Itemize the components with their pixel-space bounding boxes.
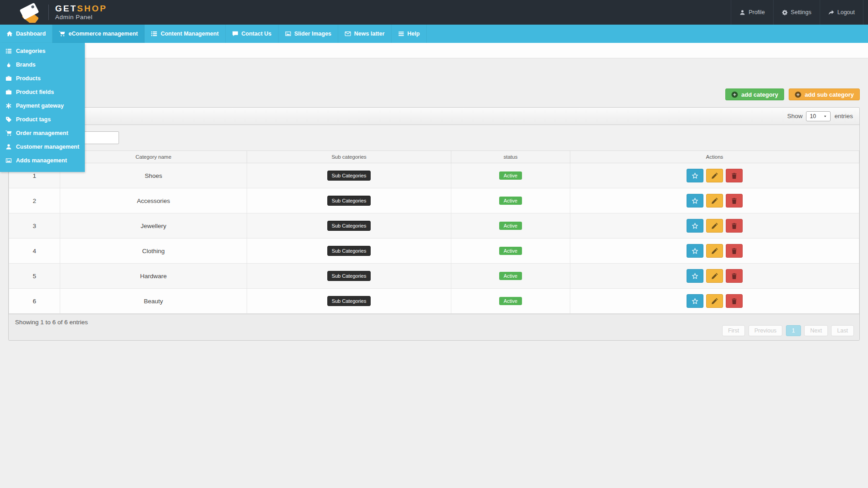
asterisk-icon (5, 103, 12, 109)
pagination: First Previous 1 Next Last (721, 325, 854, 336)
nav-item-content-management[interactable]: Content Management (145, 25, 225, 43)
pagination-next-button[interactable]: Next (804, 325, 828, 336)
trash-icon (731, 172, 738, 179)
edit-button[interactable] (706, 194, 723, 208)
panel-header: Categories Show 10 entries (9, 108, 859, 125)
edit-button[interactable] (706, 244, 723, 258)
feature-button[interactable] (687, 244, 703, 258)
table-row: 4 Clothing Sub Categories Active (9, 239, 859, 264)
topbar-menu: Profile Settings Logout (731, 0, 863, 25)
nav-label: Slider Images (294, 31, 331, 37)
page-size-select[interactable]: 10 (806, 111, 831, 121)
category-name: Jewellery (60, 213, 247, 239)
getshop-logo[interactable]: GETSHOP Admin Panel (18, 2, 107, 23)
logout-menu-item[interactable]: Logout (820, 0, 863, 25)
sub-categories-button[interactable]: Sub Categories (327, 171, 371, 181)
menu-icon (398, 31, 404, 37)
sub-categories-button[interactable]: Sub Categories (327, 196, 371, 206)
nav-item-news-latter[interactable]: News latter (338, 25, 392, 43)
status-badge: Active (499, 247, 522, 255)
add-sub-category-button[interactable]: add sub category (789, 88, 860, 100)
table-header-row: # Category name Sub categories status Ac… (9, 151, 859, 163)
delete-button[interactable] (726, 294, 743, 308)
pagination-page-1-button[interactable]: 1 (786, 325, 801, 336)
status-badge: Active (499, 171, 522, 180)
edit-button[interactable] (706, 269, 723, 283)
entries-label: entries (834, 113, 853, 119)
edit-button[interactable] (706, 169, 723, 182)
nav-label: Contact Us (242, 31, 272, 37)
add-category-button[interactable]: add category (725, 88, 784, 100)
delete-button[interactable] (726, 269, 743, 283)
feature-button[interactable] (687, 169, 703, 182)
row-actions (687, 294, 743, 308)
edit-button[interactable] (706, 219, 723, 233)
pagination-previous-button[interactable]: Previous (749, 325, 783, 336)
getshop-admin-page: GETSHOP Admin Panel Profile Settings Log… (0, 0, 868, 488)
nav-label: Help (408, 31, 420, 37)
pencil-icon (711, 273, 718, 280)
row-actions (687, 244, 743, 258)
star-icon (692, 197, 698, 204)
caret-down-icon (823, 114, 827, 118)
entries-summary: Showing 1 to 6 of 6 entries (15, 319, 88, 326)
logo-shop: SHOP (77, 4, 107, 13)
nav-item-ecommerce-management[interactable]: eCommerce management (52, 25, 145, 43)
profile-menu-item[interactable]: Profile (731, 0, 773, 25)
pencil-icon (711, 298, 718, 305)
sub-categories-button[interactable]: Sub Categories (327, 221, 371, 231)
row-number: 3 (9, 213, 60, 239)
row-number: 5 (9, 264, 60, 289)
pencil-icon (711, 197, 718, 204)
feature-button[interactable] (687, 294, 703, 308)
dropdown-item-brands[interactable]: Brands (0, 58, 85, 72)
dropdown-item-payment-gateway[interactable]: Payment gateway (0, 99, 85, 113)
row-actions (687, 269, 743, 283)
page-title: Categories (8, 68, 860, 84)
pencil-icon (711, 248, 718, 254)
category-name: Beauty (60, 289, 247, 314)
page-size-value: 10 (810, 113, 816, 119)
dropdown-label: Products (16, 75, 41, 82)
nav-item-contact-us[interactable]: Contact Us (226, 25, 279, 43)
delete-button[interactable] (726, 169, 743, 182)
ecommerce-dropdown-menu: Categories Brands Products Product field… (0, 43, 85, 172)
sub-categories-button[interactable]: Sub Categories (327, 296, 371, 306)
settings-label: Settings (791, 9, 811, 16)
dropdown-item-product-fields[interactable]: Product fields (0, 85, 85, 99)
sub-categories-button[interactable]: Sub Categories (327, 246, 371, 256)
settings-menu-item[interactable]: Settings (773, 0, 820, 25)
logo-subtitle: Admin Panel (55, 14, 107, 21)
category-name: Hardware (60, 264, 247, 289)
dropdown-item-categories[interactable]: Categories (0, 44, 85, 58)
table-row: 3 Jewellery Sub Categories Active (9, 213, 859, 239)
feature-button[interactable] (687, 194, 703, 208)
dropdown-item-products[interactable]: Products (0, 72, 85, 85)
topbar: GETSHOP Admin Panel Profile Settings Log… (0, 0, 868, 25)
nav-item-slider-images[interactable]: Slider Images (279, 25, 338, 43)
pagination-last-button[interactable]: Last (831, 325, 854, 336)
sub-categories-button[interactable]: Sub Categories (327, 271, 371, 281)
delete-button[interactable] (726, 219, 743, 233)
dropdown-item-customer-management[interactable]: Customer management (0, 140, 85, 154)
dropdown-item-product-tags[interactable]: Product tags (0, 113, 85, 126)
feature-button[interactable] (687, 219, 703, 233)
list-icon (151, 31, 157, 37)
mail-icon (345, 31, 351, 37)
feature-button[interactable] (687, 269, 703, 283)
nav-item-dashboard[interactable]: Dashboard (0, 25, 52, 43)
row-number: 2 (9, 188, 60, 213)
chat-icon (232, 31, 238, 37)
delete-button[interactable] (726, 194, 743, 208)
status-badge: Active (499, 222, 522, 230)
logo-get: GET (55, 4, 77, 13)
category-name: Accessories (60, 188, 247, 213)
cart-icon (59, 31, 65, 37)
delete-button[interactable] (726, 244, 743, 258)
nav-item-help[interactable]: Help (392, 25, 427, 43)
logo-divider (48, 5, 49, 20)
dropdown-item-order-management[interactable]: Order management (0, 126, 85, 140)
pagination-first-button[interactable]: First (722, 325, 745, 336)
dropdown-item-adds-management[interactable]: Adds management (0, 154, 85, 167)
edit-button[interactable] (706, 294, 723, 308)
